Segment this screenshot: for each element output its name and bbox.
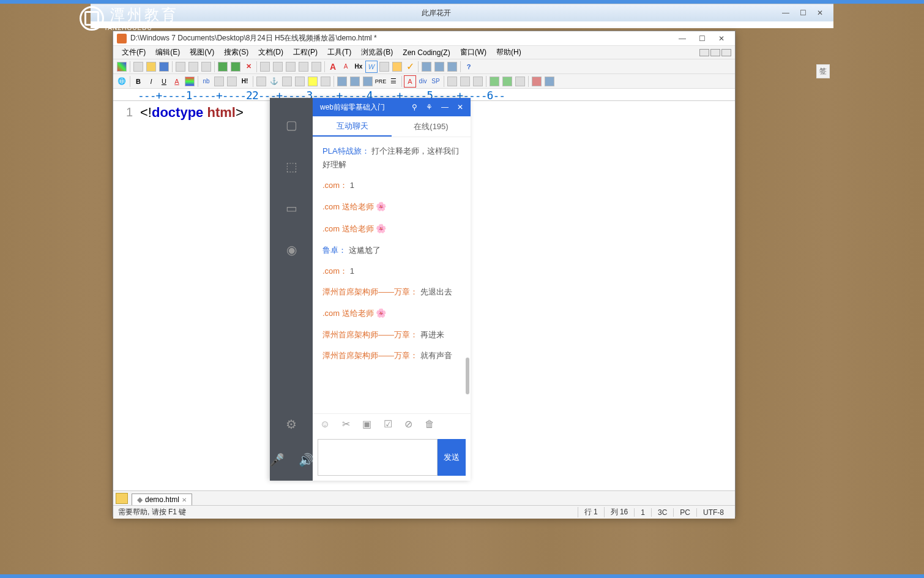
font-color-icon[interactable]: A: [171, 75, 183, 88]
new-file-icon[interactable]: [132, 61, 144, 73]
abcd-icon[interactable]: [391, 61, 403, 73]
form-icon[interactable]: [294, 75, 306, 88]
panel-icon[interactable]: [420, 61, 433, 73]
chrome-max-button[interactable]: ☐: [794, 7, 811, 19]
anchor-icon[interactable]: [213, 75, 225, 88]
word-wrap-icon[interactable]: W: [365, 61, 378, 73]
chat-input[interactable]: [318, 439, 438, 476]
scrollbar-thumb[interactable]: [466, 358, 469, 394]
emoji-icon[interactable]: ☺: [320, 419, 330, 430]
panel-icon[interactable]: [433, 61, 445, 73]
camera-icon[interactable]: ◉: [283, 241, 300, 258]
share-icon[interactable]: ⚘: [426, 103, 433, 111]
grid-icon[interactable]: [116, 61, 128, 73]
heading-icon[interactable]: H!: [239, 75, 251, 88]
volume-icon[interactable]: 🔊: [297, 451, 315, 468]
bookmark-label[interactable]: 签: [816, 64, 830, 78]
insert-icon[interactable]: [255, 75, 267, 88]
mdi-min-button[interactable]: [699, 49, 709, 56]
misc-icon[interactable]: [459, 75, 471, 88]
list-icon[interactable]: ☰: [387, 75, 400, 88]
br-icon[interactable]: [226, 75, 238, 88]
block-icon[interactable]: ⊘: [404, 418, 412, 430]
file-tab[interactable]: ◆ demo.html ✕: [132, 494, 192, 505]
layout-icon[interactable]: [336, 75, 348, 88]
send-button[interactable]: 发送: [438, 439, 466, 476]
menu-file[interactable]: 文件(F): [117, 47, 151, 58]
chat-messages[interactable]: PLA特战旅： 打个注释老师，这样我们好理解 .com： 1 .com 送给老师…: [313, 137, 471, 413]
nb-icon[interactable]: nb: [200, 75, 212, 88]
menu-doc[interactable]: 文档(D): [253, 47, 288, 58]
div-icon[interactable]: div: [417, 75, 429, 88]
a-box-icon[interactable]: A: [404, 75, 416, 88]
hx-icon[interactable]: Hx: [352, 61, 365, 73]
open-file-icon[interactable]: [145, 61, 157, 73]
menu-window[interactable]: 窗口(W): [455, 47, 491, 58]
menu-zen[interactable]: Zen Coding(Z): [398, 48, 455, 57]
underline-icon[interactable]: U: [158, 75, 170, 88]
save-file-icon[interactable]: [158, 61, 170, 73]
bag-icon[interactable]: ⬚: [283, 158, 300, 175]
panel-icon[interactable]: [446, 61, 458, 73]
chat-close-button[interactable]: ✕: [457, 103, 463, 111]
misc-icon[interactable]: [543, 75, 556, 88]
highlight-icon[interactable]: [307, 75, 319, 88]
paste-icon[interactable]: [187, 61, 199, 73]
tab-online[interactable]: 在线(195): [392, 116, 471, 137]
menu-browser[interactable]: 浏览器(B): [356, 47, 398, 58]
scissors-icon[interactable]: ✂: [342, 418, 350, 430]
cut-icon[interactable]: [200, 61, 212, 73]
sp-icon[interactable]: SP: [430, 75, 442, 88]
misc-icon[interactable]: [514, 75, 526, 88]
menu-view[interactable]: 视图(V): [185, 47, 219, 58]
editor-titlebar[interactable]: D:\Windows 7 Documents\Desktop\8月24日 H5在…: [113, 31, 735, 46]
menu-help[interactable]: 帮助(H): [491, 47, 526, 58]
folder-button[interactable]: [116, 493, 128, 504]
chrome-min-button[interactable]: —: [777, 7, 794, 19]
browser-icon[interactable]: 🌐: [116, 75, 128, 88]
redo-icon[interactable]: [229, 61, 242, 73]
chrome-close-button[interactable]: ✕: [811, 7, 829, 19]
help-icon[interactable]: ?: [463, 61, 475, 73]
chat-header[interactable]: web前端零基础入门 ⚲ ⚘ — ✕: [313, 98, 471, 116]
fontsize-a-icon[interactable]: A: [327, 61, 339, 73]
undo-icon[interactable]: [217, 61, 229, 73]
mic-icon[interactable]: 🎤: [268, 451, 285, 468]
mdi-restore-button[interactable]: [710, 49, 720, 56]
screen-share-icon[interactable]: ▢: [283, 116, 300, 133]
misc-icon[interactable]: [501, 75, 513, 88]
menu-tools[interactable]: 工具(T): [322, 47, 356, 58]
image-icon[interactable]: ▣: [362, 418, 371, 430]
editor-min-button[interactable]: —: [673, 32, 692, 45]
tab-chat[interactable]: 互动聊天: [313, 116, 392, 137]
trash-icon[interactable]: 🗑: [425, 419, 434, 430]
delete-icon[interactable]: ✕: [242, 61, 255, 73]
lines-icon[interactable]: [378, 61, 390, 73]
copy-icon[interactable]: [174, 61, 187, 73]
shape-icon[interactable]: [319, 75, 332, 88]
chat-min-button[interactable]: —: [441, 103, 449, 111]
tool-icon[interactable]: [285, 61, 297, 73]
pin-icon[interactable]: ⚲: [412, 103, 417, 111]
misc-icon[interactable]: [488, 75, 501, 88]
table-icon[interactable]: [281, 75, 293, 88]
color-picker-icon[interactable]: [184, 75, 196, 88]
tool-icon[interactable]: [310, 61, 322, 73]
layout-icon[interactable]: [362, 75, 374, 88]
tool-icon[interactable]: [272, 61, 284, 73]
misc-icon[interactable]: [472, 75, 484, 88]
menu-search[interactable]: 搜索(S): [219, 47, 253, 58]
pre-icon[interactable]: PRE: [374, 75, 387, 88]
tool-icon[interactable]: [297, 61, 310, 73]
menu-edit[interactable]: 编辑(E): [151, 47, 185, 58]
mdi-close-button[interactable]: [721, 49, 731, 56]
check-icon[interactable]: ✓: [404, 61, 416, 73]
italic-icon[interactable]: I: [145, 75, 157, 88]
fontsize-a-small-icon[interactable]: A: [340, 61, 352, 73]
misc-icon[interactable]: [531, 75, 543, 88]
misc-icon[interactable]: [446, 75, 458, 88]
tool-icon[interactable]: [259, 61, 271, 73]
bold-icon[interactable]: B: [132, 75, 144, 88]
layout-icon[interactable]: [349, 75, 361, 88]
menu-project[interactable]: 工程(P): [288, 47, 322, 58]
